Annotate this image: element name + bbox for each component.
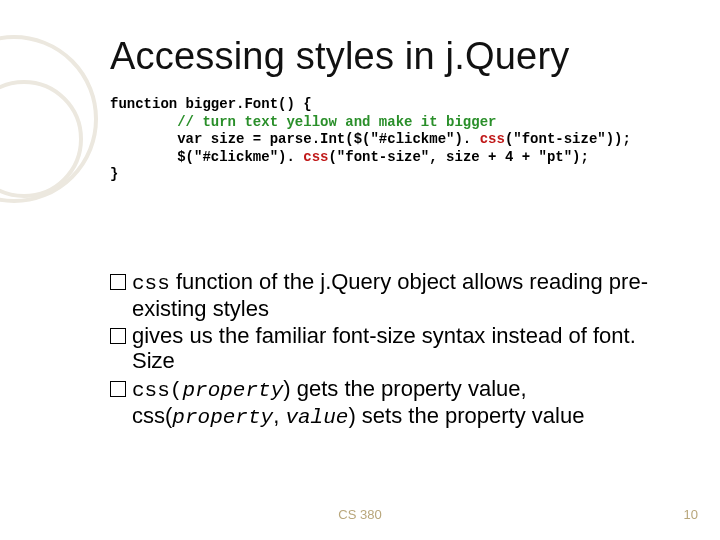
bullet-3: css(property) gets the property value, c…: [110, 376, 660, 430]
bullet-2-pre: gives: [132, 323, 183, 348]
bullet-box-icon: [110, 274, 126, 290]
bullet-2-rest: us the familiar font-size syntax instead…: [132, 323, 636, 373]
code-text: size = parse.Int($("#clickme").: [202, 131, 479, 147]
bullet-list: css function of the j.Query object allow…: [110, 269, 660, 430]
bullet-3-css1: css(: [132, 379, 182, 402]
footer-page-number: 10: [684, 507, 698, 522]
bullet-3-mid2: ) sets the property value: [348, 403, 584, 428]
code-block: function bigger.Font() { // turn text ye…: [110, 96, 660, 184]
bullet-3-text: css(property) gets the property value, c…: [132, 376, 660, 430]
code-css-2: css: [303, 149, 328, 165]
bullet-3-val: value: [285, 406, 348, 429]
bullet-3-sep: ,: [273, 403, 285, 428]
code-text: ("font-size", size + 4 + "pt");: [328, 149, 588, 165]
page-title: Accessing styles in j.Query: [110, 35, 660, 78]
bullet-1: css function of the j.Query object allow…: [110, 269, 660, 321]
code-text: }: [110, 166, 118, 182]
footer-course: CS 380: [0, 507, 720, 522]
code-kw-function: function: [110, 96, 177, 112]
bullet-2-text: gives us the familiar font-size syntax i…: [132, 323, 660, 374]
code-text: ("font-size"));: [505, 131, 631, 147]
code-text: bigger.Font() {: [177, 96, 311, 112]
bullet-2: gives us the familiar font-size syntax i…: [110, 323, 660, 374]
bullet-1-text: css function of the j.Query object allow…: [132, 269, 660, 321]
bullet-1-rest: function of the j.Query object allows re…: [132, 269, 648, 321]
code-kw-var: var: [110, 131, 202, 147]
code-text: $("#clickme").: [110, 149, 303, 165]
code-css-1: css: [480, 131, 505, 147]
slide-content: Accessing styles in j.Query function big…: [0, 0, 720, 540]
bullet-1-css: css: [132, 272, 170, 295]
bullet-3-prop2: property: [172, 406, 273, 429]
bullet-box-icon: [110, 328, 126, 344]
bullet-box-icon: [110, 381, 126, 397]
bullet-3-prop1: property: [182, 379, 283, 402]
code-comment: // turn text yellow and make it bigger: [110, 114, 496, 130]
